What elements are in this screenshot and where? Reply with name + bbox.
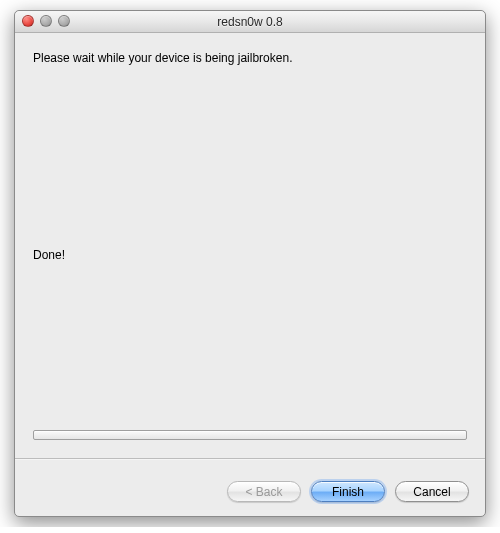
close-icon[interactable] <box>22 15 34 27</box>
instruction-text: Please wait while your device is being j… <box>33 51 467 65</box>
content-area: Please wait while your device is being j… <box>15 33 485 469</box>
window-controls <box>22 15 70 27</box>
app-window: redsn0w 0.8 Please wait while your devic… <box>14 10 486 517</box>
window-title: redsn0w 0.8 <box>217 15 282 29</box>
titlebar: redsn0w 0.8 <box>15 11 485 33</box>
status-text: Done! <box>33 248 467 262</box>
back-button: < Back <box>227 481 301 502</box>
footer: < Back Finish Cancel <box>15 469 485 516</box>
cancel-button[interactable]: Cancel <box>395 481 469 502</box>
progress-area <box>33 430 467 448</box>
progress-bar <box>33 430 467 440</box>
minimize-icon <box>40 15 52 27</box>
finish-button[interactable]: Finish <box>311 481 385 502</box>
divider <box>15 458 485 459</box>
zoom-icon <box>58 15 70 27</box>
